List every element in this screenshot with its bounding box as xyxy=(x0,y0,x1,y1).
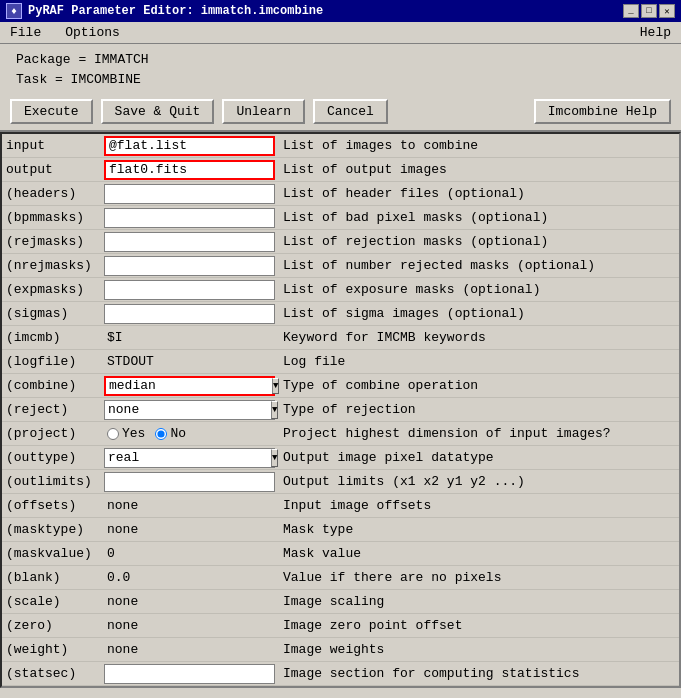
param-row: (masktype)noneMask type xyxy=(2,518,679,542)
menu-file[interactable]: File xyxy=(6,24,45,41)
param-name: (rejmasks) xyxy=(2,232,102,251)
param-description: Mask type xyxy=(277,520,679,539)
param-name: (weight) xyxy=(2,640,102,659)
param-value-cell xyxy=(102,135,277,157)
param-row: (maskvalue)0Mask value xyxy=(2,542,679,566)
param-description: List of header files (optional) xyxy=(277,184,679,203)
param-input-field[interactable] xyxy=(104,184,275,204)
param-static-value: none xyxy=(104,592,275,611)
param-value-cell: ▼ xyxy=(102,375,277,397)
param-row: (zero)noneImage zero point offset xyxy=(2,614,679,638)
param-value-cell: none xyxy=(102,615,277,636)
minimize-button[interactable]: _ xyxy=(623,4,639,18)
param-value-cell xyxy=(102,207,277,229)
radio-label[interactable]: No xyxy=(155,426,186,441)
param-description: List of output images xyxy=(277,160,679,179)
param-name: (outlimits) xyxy=(2,472,102,491)
param-value-cell: $I xyxy=(102,327,277,348)
param-value-cell: none xyxy=(102,591,277,612)
param-select-input[interactable] xyxy=(106,377,272,394)
menu-options[interactable]: Options xyxy=(61,24,124,41)
window-title: PyRAF Parameter Editor: immatch.imcombin… xyxy=(28,4,323,18)
param-value-cell xyxy=(102,183,277,205)
param-name: (outtype) xyxy=(2,448,102,467)
param-value-cell xyxy=(102,159,277,181)
param-row: (rejmasks)List of rejection masks (optio… xyxy=(2,230,679,254)
param-description: Type of rejection xyxy=(277,400,679,419)
imcombine-help-button[interactable]: Imcombine Help xyxy=(534,99,671,124)
param-description: Input image offsets xyxy=(277,496,679,515)
param-row: outputList of output images xyxy=(2,158,679,182)
info-area: Package = IMMATCH Task = IMCOMBINE xyxy=(0,44,681,93)
execute-button[interactable]: Execute xyxy=(10,99,93,124)
param-name: (scale) xyxy=(2,592,102,611)
param-value-cell: none xyxy=(102,519,277,540)
param-static-value: 0 xyxy=(104,544,275,563)
param-row: (logfile)STDOUTLog file xyxy=(2,350,679,374)
param-row: (reject)▼Type of rejection xyxy=(2,398,679,422)
task-info: Task = IMCOMBINE xyxy=(16,70,665,90)
radio-label[interactable]: Yes xyxy=(107,426,145,441)
param-select-container: ▼ xyxy=(104,448,275,468)
cancel-button[interactable]: Cancel xyxy=(313,99,388,124)
param-description: Log file xyxy=(277,352,679,371)
radio-input-yes[interactable] xyxy=(107,428,119,440)
param-description: Image scaling xyxy=(277,592,679,611)
param-input-field[interactable] xyxy=(104,664,275,684)
param-row: (expmasks)List of exposure masks (option… xyxy=(2,278,679,302)
param-value-cell: ▼ xyxy=(102,399,277,421)
radio-option-label: No xyxy=(170,426,186,441)
param-row: (weight)noneImage weights xyxy=(2,638,679,662)
param-row: (offsets)noneInput image offsets xyxy=(2,494,679,518)
maximize-button[interactable]: □ xyxy=(641,4,657,18)
param-description: Output image pixel datatype xyxy=(277,448,679,467)
param-input-field[interactable] xyxy=(104,160,275,180)
close-button[interactable]: ✕ xyxy=(659,4,675,18)
param-description: Image weights xyxy=(277,640,679,659)
param-row: (sigmas)List of sigma images (optional) xyxy=(2,302,679,326)
param-name: (project) xyxy=(2,424,102,443)
param-row: (nrejmasks)List of number rejected masks… xyxy=(2,254,679,278)
param-input-field[interactable] xyxy=(104,304,275,324)
param-area[interactable]: inputList of images to combineoutputList… xyxy=(0,132,681,688)
param-description: List of sigma images (optional) xyxy=(277,304,679,323)
param-static-value: none xyxy=(104,640,275,659)
param-name: (expmasks) xyxy=(2,280,102,299)
param-select-input[interactable] xyxy=(105,401,271,418)
save-quit-button[interactable]: Save & Quit xyxy=(101,99,215,124)
radio-input-no[interactable] xyxy=(155,428,167,440)
param-input-field[interactable] xyxy=(104,232,275,252)
param-input-field[interactable] xyxy=(104,208,275,228)
param-select-dropdown-button[interactable]: ▼ xyxy=(271,401,278,419)
param-name: (maskvalue) xyxy=(2,544,102,563)
param-select-dropdown-button[interactable]: ▼ xyxy=(272,378,279,394)
param-value-cell: YesNo xyxy=(102,423,277,444)
param-select-container: ▼ xyxy=(104,376,275,396)
unlearn-button[interactable]: Unlearn xyxy=(222,99,305,124)
main-content: inputList of images to combineoutputList… xyxy=(0,132,681,688)
param-name: output xyxy=(2,160,102,179)
param-name: (nrejmasks) xyxy=(2,256,102,275)
param-input-field[interactable] xyxy=(104,256,275,276)
menu-help[interactable]: Help xyxy=(636,24,675,41)
param-description: Value if there are no pixels xyxy=(277,568,679,587)
title-bar: ♦ PyRAF Parameter Editor: immatch.imcomb… xyxy=(0,0,681,22)
param-input-field[interactable] xyxy=(104,136,275,156)
param-name: (sigmas) xyxy=(2,304,102,323)
param-name: (logfile) xyxy=(2,352,102,371)
param-value-cell xyxy=(102,687,277,689)
param-radio-group: YesNo xyxy=(104,424,275,443)
param-value-cell xyxy=(102,471,277,493)
param-row: (bpmmasks)List of bad pixel masks (optio… xyxy=(2,206,679,230)
param-select-dropdown-button[interactable]: ▼ xyxy=(271,449,278,467)
param-input-field[interactable] xyxy=(104,472,275,492)
param-static-value: none xyxy=(104,616,275,635)
param-value-cell: none xyxy=(102,495,277,516)
menu-bar: File Options Help xyxy=(0,22,681,44)
param-input-field[interactable] xyxy=(104,280,275,300)
param-row: (imcmb)$IKeyword for IMCMB keywords xyxy=(2,326,679,350)
param-description: Project highest dimension of input image… xyxy=(277,424,679,443)
param-select-input[interactable] xyxy=(105,449,271,466)
param-input-field[interactable] xyxy=(104,688,275,689)
param-description: Image zero point offset xyxy=(277,616,679,635)
